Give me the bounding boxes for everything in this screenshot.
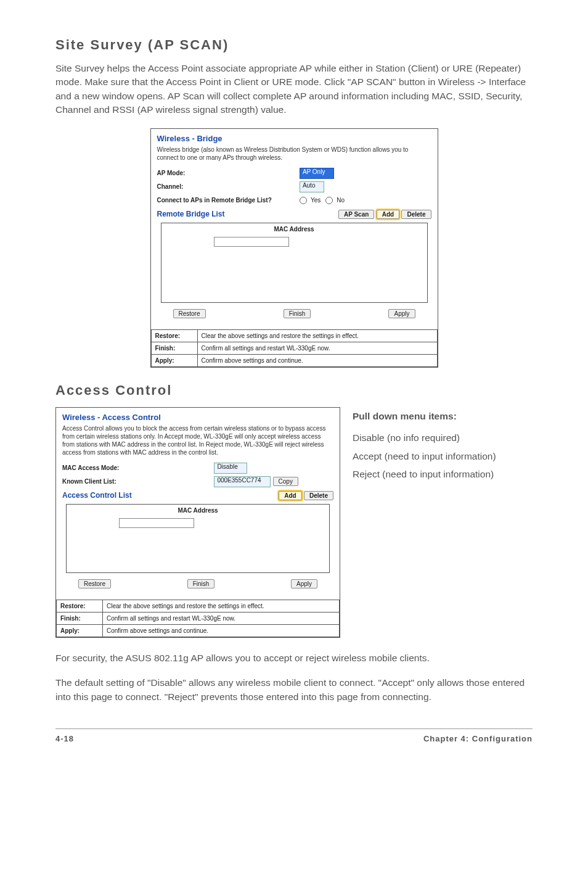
page-footer: 4-18 Chapter 4: Configuration (55, 728, 533, 743)
known-client-label: Known Client List: (62, 478, 214, 485)
tail-paragraph-1: For security, the ASUS 802.11g AP allows… (55, 651, 533, 665)
access-restore-button[interactable]: Restore (78, 579, 111, 588)
access-panel-title: Wireless - Access Control (62, 413, 333, 422)
apply-key: Apply: (151, 354, 197, 366)
pulldown-line2: Accept (need to input information) (353, 447, 533, 465)
remote-bridge-list-title: Remote Bridge List (157, 210, 225, 218)
mac-access-mode-label: MAC Access Mode: (62, 464, 214, 471)
access-control-heading: Access Control (55, 382, 533, 398)
pulldown-line1: Disable (no info required) (353, 429, 533, 447)
finish-button[interactable]: Finish (284, 309, 311, 318)
finish-key: Finish: (151, 342, 197, 354)
no-label: No (337, 197, 345, 204)
connect-remote-label: Connect to APs in Remote Bridge List? (157, 197, 300, 204)
known-client-select[interactable]: 000E355CC774 (214, 476, 270, 487)
add-button[interactable]: Add (377, 210, 399, 219)
mac-address-frame: MAC Address (161, 223, 428, 303)
finish-desc: Confirm all settings and restart WL-330g… (197, 342, 437, 354)
chapter-label: Chapter 4: Configuration (423, 734, 533, 743)
mac-address-input[interactable] (214, 237, 289, 247)
access-mac-input[interactable] (119, 518, 194, 528)
bridge-footer-table: Restore: Clear the above settings and re… (151, 329, 438, 367)
ap-scan-button[interactable]: AP Scan (338, 210, 374, 219)
bridge-panel-desc: Wireless bridge (also known as Wireless … (157, 146, 431, 162)
no-radio[interactable] (325, 197, 333, 204)
ap-mode-select[interactable]: AP Only (300, 168, 335, 179)
pulldown-title: Pull down menu items: (353, 407, 533, 425)
restore-desc: Clear the above settings and restore the… (197, 329, 437, 342)
wireless-access-panel: Wireless - Access Control Access Control… (55, 407, 340, 638)
access-footer-table: Restore: Clear the above settings and re… (56, 600, 340, 637)
access-finish-button[interactable]: Finish (187, 579, 215, 588)
bridge-panel-title: Wireless - Bridge (157, 134, 431, 143)
access-restore-desc: Clear the above settings and restore the… (103, 600, 340, 612)
access-apply-key: Apply: (57, 624, 103, 637)
wireless-bridge-panel: Wireless - Bridge Wireless bridge (also … (150, 128, 438, 368)
tail-paragraph-2: The default setting of "Disable" allows … (55, 676, 533, 704)
apply-button[interactable]: Apply (388, 309, 415, 318)
yes-radio[interactable] (300, 197, 307, 204)
access-apply-button[interactable]: Apply (291, 579, 317, 588)
site-survey-paragraph: Site Survey helps the Access Point assoc… (55, 62, 533, 117)
access-panel-desc: Access Control allows you to block the a… (62, 424, 333, 456)
apply-desc: Confirm above settings and continue. (197, 354, 437, 366)
channel-select[interactable]: Auto (300, 181, 325, 192)
page-number: 4-18 (55, 734, 74, 743)
ap-mode-label: AP Mode: (157, 170, 300, 176)
mac-access-mode-select[interactable]: Disable (214, 463, 247, 474)
access-mac-header: MAC Address (67, 505, 329, 516)
access-apply-desc: Confirm above settings and continue. (103, 624, 340, 637)
copy-button[interactable]: Copy (273, 477, 298, 486)
site-survey-heading: Site Survey (AP SCAN) (55, 37, 533, 53)
access-delete-button[interactable]: Delete (304, 491, 333, 500)
access-control-list-title: Access Control List (62, 491, 132, 500)
yes-label: Yes (311, 197, 321, 204)
pulldown-line3: Reject (need to input information) (353, 465, 533, 483)
restore-key: Restore: (151, 329, 197, 342)
delete-button[interactable]: Delete (401, 210, 431, 219)
access-finish-key: Finish: (57, 612, 103, 624)
access-mac-frame: MAC Address (66, 504, 330, 573)
access-restore-key: Restore: (57, 600, 103, 612)
pulldown-info: Pull down menu items: Disable (no info r… (353, 407, 533, 638)
access-finish-desc: Confirm all settings and restart WL-330g… (103, 612, 340, 624)
channel-label: Channel: (157, 183, 300, 190)
mac-address-header: MAC Address (161, 223, 427, 235)
restore-button[interactable]: Restore (173, 309, 206, 318)
access-add-button[interactable]: Add (279, 491, 301, 500)
